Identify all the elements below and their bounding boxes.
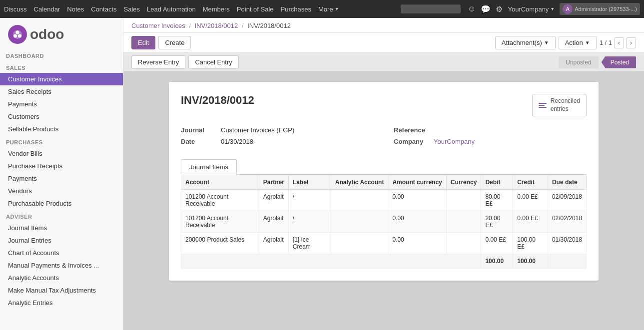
cell-account-1[interactable]: 101200 Account Receivable [181, 211, 259, 233]
journal-row: Journal Customer Invoices (EGP) [181, 126, 374, 134]
attachments-button[interactable]: Attachment(s) ▼ [495, 36, 556, 49]
admin-badge[interactable]: A Administrator (297533-...) [560, 3, 640, 15]
tab-journal-items[interactable]: Journal Items [181, 159, 237, 175]
breadcrumb-text: Customer Invoices / INV/2018/0012 / INV/… [131, 22, 291, 29]
search-input[interactable] [401, 4, 461, 13]
cell-currency-1 [446, 211, 481, 233]
cell-currency-2 [446, 233, 481, 254]
breadcrumb-current: INV/2018/0012 [247, 22, 291, 29]
cancel-entry-button[interactable]: Cancel Entry [188, 55, 238, 69]
cell-amount-currency-0: 0.00 [388, 190, 446, 211]
pagination: 1 / 1 ‹ › [600, 37, 636, 48]
breadcrumb-inv-link[interactable]: INV/2018/0012 [195, 22, 238, 29]
sidebar-item-customer-invoices[interactable]: Customer Invoices [0, 73, 123, 85]
sidebar-item-vendors[interactable]: Vendors [0, 185, 123, 197]
company-value[interactable]: YourCompany [434, 138, 475, 145]
sidebar-item-chart-of-accounts[interactable]: Chart of Accounts [0, 247, 123, 259]
nav-discuss[interactable]: Discuss [4, 5, 27, 13]
table-row: 101200 Account Receivable Agrolait / 0.0… [181, 211, 587, 233]
sidebar-item-manual-tax[interactable]: Make Manual Tax Adjustments [0, 284, 123, 297]
posted-status[interactable]: Posted [602, 56, 636, 68]
form-card: INV/2018/0012 Reconciledentries [169, 82, 599, 281]
sidebar-item-sales-receipts[interactable]: Sales Receipts [0, 85, 123, 98]
sidebar-item-customers[interactable]: Customers [0, 110, 123, 123]
sidebar-item-vendor-bills[interactable]: Vendor Bills [0, 147, 123, 160]
nav-lead-automation[interactable]: Lead Automation [147, 5, 196, 13]
sidebar-scroll: Dashboard Sales Customer Invoices Sales … [0, 49, 123, 330]
odoo-logo-icon [12, 29, 23, 40]
unposted-status[interactable]: Unposted [559, 56, 598, 68]
next-page-button[interactable]: › [626, 37, 636, 48]
sidebar: odoo Dashboard Sales Customer Invoices S… [0, 18, 123, 330]
tabs: Journal Items [181, 159, 587, 175]
breadcrumb-sep-2: / [242, 22, 244, 29]
nav-pos[interactable]: Point of Sale [237, 5, 274, 13]
cell-partner-0: Agrolait [259, 190, 288, 211]
cell-currency-0 [446, 190, 481, 211]
nav-contacts[interactable]: Contacts [91, 5, 116, 13]
logo-area: odoo [0, 18, 123, 49]
svg-point-2 [13, 34, 17, 38]
sidebar-item-analytic-entries[interactable]: Analytic Entries [0, 297, 123, 309]
edit-button[interactable]: Edit [131, 36, 155, 49]
avatar: A [563, 4, 573, 14]
cell-credit-0: 0.00 E£ [513, 190, 548, 211]
sidebar-item-sellable-products[interactable]: Sellable Products [0, 123, 123, 135]
sidebar-item-sales-payments[interactable]: Payments [0, 98, 123, 110]
th-due-date: Due date [548, 175, 586, 190]
th-currency: Currency [446, 175, 481, 190]
th-credit: Credit [513, 175, 548, 190]
cell-account-2[interactable]: 200000 Product Sales [181, 233, 259, 254]
cell-debit-2: 0.00 E£ [481, 233, 513, 254]
settings-icon[interactable]: ⚙ [496, 4, 503, 14]
reference-label: Reference [394, 126, 434, 134]
totals-due-empty [548, 254, 586, 269]
company-row: Company YourCompany [394, 138, 587, 145]
create-button[interactable]: Create [158, 36, 191, 49]
status-bar: Reverse Entry Cancel Entry Unposted Post… [123, 53, 644, 72]
reverse-entry-button[interactable]: Reverse Entry [131, 55, 185, 69]
reconciled-entries-button[interactable]: Reconciledentries [532, 94, 587, 116]
invoice-number: INV/2018/0012 [181, 94, 254, 107]
nav-notes[interactable]: Notes [67, 5, 84, 13]
cell-due-date-1: 02/02/2018 [548, 211, 586, 233]
cell-due-date-0: 02/09/2018 [548, 190, 586, 211]
nav-sales[interactable]: Sales [124, 5, 140, 13]
cell-due-date-2: 01/30/2018 [548, 233, 586, 254]
cell-account-0[interactable]: 101200 Account Receivable [181, 190, 259, 211]
sidebar-item-purchase-payments[interactable]: Payments [0, 172, 123, 185]
action-button[interactable]: Action ▼ [559, 36, 597, 49]
company-dropdown[interactable]: YourCompany ▼ [508, 5, 555, 13]
date-label: Date [181, 138, 221, 145]
sidebar-item-purchasable-products[interactable]: Purchasable Products [0, 197, 123, 210]
prev-page-button[interactable]: ‹ [614, 37, 624, 48]
nav-calendar[interactable]: Calendar [34, 5, 60, 13]
th-amount-currency: Amount currency [388, 175, 446, 190]
breadcrumb-customer-invoices[interactable]: Customer Invoices [131, 22, 185, 29]
cell-partner-2: Agrolait [259, 233, 288, 254]
cell-partner-1: Agrolait [259, 211, 288, 233]
cell-debit-0: 80.00 E£ [481, 190, 513, 211]
sidebar-item-analytic-accounts[interactable]: Analytic Accounts [0, 272, 123, 284]
cell-debit-1: 20.00 E£ [481, 211, 513, 233]
sidebar-item-journal-entries[interactable]: Journal Entries [0, 234, 123, 247]
journal-value: Customer Invoices (EGP) [221, 126, 294, 134]
th-analytic-account: Analytic Account [331, 175, 388, 190]
form-col-right: Reference Company YourCompany [394, 126, 587, 149]
th-partner: Partner [259, 175, 288, 190]
nav-more[interactable]: More ▼ [318, 5, 339, 13]
sidebar-item-manual-payments[interactable]: Manual Payments & Invoices ... [0, 259, 123, 272]
sidebar-item-purchase-receipts[interactable]: Purchase Receipts [0, 160, 123, 172]
svg-point-3 [18, 34, 21, 38]
nav-members[interactable]: Members [203, 5, 230, 13]
odoo-logo: odoo [8, 25, 64, 44]
form-fields: Journal Customer Invoices (EGP) Date 01/… [181, 126, 587, 149]
table-header-row: Account Partner Label Analytic Account A… [181, 175, 587, 190]
cell-label-2: [1] Ice Cream [288, 233, 331, 254]
breadcrumb-sep-1: / [189, 22, 191, 29]
table-row: 200000 Product Sales Agrolait [1] Ice Cr… [181, 233, 587, 254]
nav-purchases[interactable]: Purchases [281, 5, 311, 13]
main-content: INV/2018/0012 Reconciledentries [123, 72, 644, 330]
logo-circle [8, 25, 27, 44]
sidebar-item-journal-items[interactable]: Journal Items [0, 222, 123, 234]
